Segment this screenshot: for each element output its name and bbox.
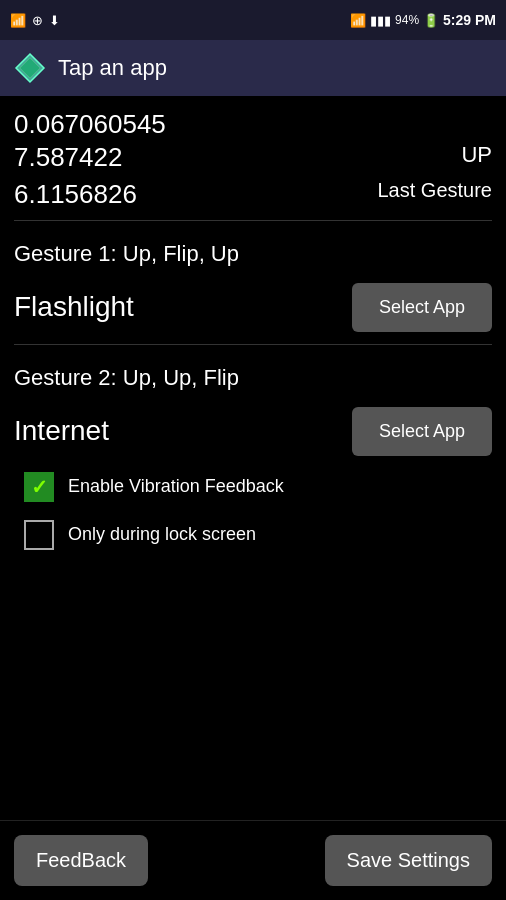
gesture-2-title: Gesture 2: Up, Up, Flip xyxy=(14,365,492,391)
gesture-2-select-app-button[interactable]: Select App xyxy=(352,407,492,456)
gesture-1-row: Flashlight Select App xyxy=(14,283,492,332)
checkbox-area: ✓ Enable Vibration Feedback Only during … xyxy=(14,472,492,550)
app-bar-title: Tap an app xyxy=(58,55,167,81)
battery-percent: 94% xyxy=(395,13,419,27)
signal-bars-icon: ▮▮▮ xyxy=(370,13,391,28)
battery-icon: 🔋 xyxy=(423,13,439,28)
app-logo-icon xyxy=(14,52,46,84)
gesture-2-section: Gesture 2: Up, Up, Flip Internet Select … xyxy=(14,355,492,456)
time-display: 5:29 PM xyxy=(443,12,496,28)
lock-screen-checkbox-row: Only during lock screen xyxy=(24,520,482,550)
divider-2 xyxy=(14,344,492,345)
vibration-checkbox-label: Enable Vibration Feedback xyxy=(68,476,284,497)
number-line-3: 6.1156826 xyxy=(14,179,137,210)
last-gesture-right: Last Gesture xyxy=(377,179,492,202)
save-settings-button[interactable]: Save Settings xyxy=(325,835,492,886)
number-line-2-wrap: 7.587422 xyxy=(14,142,122,173)
network-icon: 📶 xyxy=(10,13,26,28)
numbers-block: 0.067060545 7.587422 UP 6.1156826 Last G… xyxy=(14,108,492,210)
download-icon: ⬇ xyxy=(49,13,60,28)
vibration-checkbox-row: ✓ Enable Vibration Feedback xyxy=(24,472,482,502)
status-icons-left: 📶 ⊕ ⬇ xyxy=(10,13,60,28)
number-line-1: 0.067060545 xyxy=(14,108,492,142)
feedback-button[interactable]: FeedBack xyxy=(14,835,148,886)
status-right: 📶 ▮▮▮ 94% 🔋 5:29 PM xyxy=(350,12,496,28)
status-bar: 📶 ⊕ ⬇ 📶 ▮▮▮ 94% 🔋 5:29 PM xyxy=(0,0,506,40)
lock-screen-checkbox[interactable] xyxy=(24,520,54,550)
gesture-1-select-app-button[interactable]: Select App xyxy=(352,283,492,332)
gesture-1-section: Gesture 1: Up, Flip, Up Flashlight Selec… xyxy=(14,231,492,332)
gesture-info-row: 7.587422 UP xyxy=(14,142,492,173)
up-label: UP xyxy=(461,142,492,168)
app-bar: Tap an app xyxy=(0,40,506,96)
gesture-2-row: Internet Select App xyxy=(14,407,492,456)
bluetooth-icon: ⊕ xyxy=(32,13,43,28)
checkmark-icon: ✓ xyxy=(31,477,48,497)
last-gesture-label: Last Gesture xyxy=(377,179,492,202)
wifi-icon: 📶 xyxy=(350,13,366,28)
bottom-bar: FeedBack Save Settings xyxy=(0,820,506,900)
gesture-info-row-2: 6.1156826 Last Gesture xyxy=(14,179,492,210)
divider-1 xyxy=(14,220,492,221)
main-content: 0.067060545 7.587422 UP 6.1156826 Last G… xyxy=(0,96,506,550)
gesture-2-app-label: Internet xyxy=(14,415,109,447)
number-line-2: 7.587422 xyxy=(14,142,122,173)
gesture-1-app-label: Flashlight xyxy=(14,291,134,323)
vibration-checkbox[interactable]: ✓ xyxy=(24,472,54,502)
lock-screen-checkbox-label: Only during lock screen xyxy=(68,524,256,545)
gesture-1-title: Gesture 1: Up, Flip, Up xyxy=(14,241,492,267)
gesture-info-right: UP xyxy=(461,142,492,168)
